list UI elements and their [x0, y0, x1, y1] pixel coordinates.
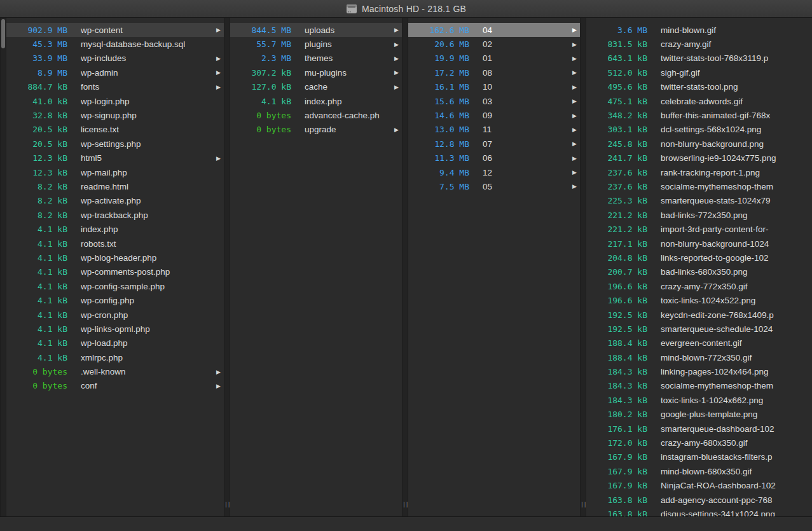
list-item[interactable]: 4.1 kBwp-links-opml.php: [6, 322, 224, 336]
list-item[interactable]: 884.7 kBfonts▶: [6, 80, 224, 94]
list-item[interactable]: 643.1 kBtwitter-stats-tool-768x3119.p: [586, 52, 812, 66]
list-item[interactable]: 221.2 kBbad-links-772x350.png: [586, 208, 812, 222]
list-item[interactable]: 307.2 kBmu-plugins▶: [230, 66, 402, 79]
window-titlebar[interactable]: Macintosh HD - 218.1 GB: [0, 0, 812, 18]
column-resize-handle[interactable]: ||: [581, 502, 586, 507]
list-item[interactable]: 196.6 kBcrazy-amy-772x350.gif: [586, 279, 812, 293]
list-item[interactable]: 200.7 kBbad-links-680x350.png: [586, 265, 812, 279]
list-item[interactable]: 184.3 kBsocialme-mythemeshop-them: [586, 379, 812, 393]
list-item[interactable]: 0 bytesupgrade▶: [230, 123, 402, 137]
chevron-right-icon: ▶: [572, 98, 577, 104]
list-item[interactable]: 4.1 kBwp-comments-post.php: [6, 265, 224, 279]
chevron-right-icon: ▶: [216, 369, 221, 375]
list-item[interactable]: 192.5 kBkeycdn-edit-zone-768x1409.p: [586, 308, 812, 322]
list-item[interactable]: 176.1 kBsmarterqueue-dashboard-102: [586, 422, 812, 436]
scrollbar-track[interactable]: [0, 18, 6, 516]
file-size: 163.8 kB: [591, 495, 647, 505]
list-item[interactable]: 237.6 kBrank-tracking-report-1.png: [586, 165, 812, 179]
list-item[interactable]: 217.1 kBnon-blurry-background-1024: [586, 237, 812, 251]
list-item[interactable]: 221.2 kBimport-3rd-party-content-for-: [586, 222, 812, 236]
list-item[interactable]: 245.8 kBnon-blurry-background.png: [586, 137, 812, 151]
list-item[interactable]: 13.0 MB11▶: [408, 123, 580, 137]
list-item[interactable]: 45.3 MBmysql-database-backup.sql: [6, 37, 224, 51]
list-item[interactable]: 127.0 kBcache▶: [230, 80, 402, 94]
list-item[interactable]: 162.6 MB04▶: [408, 23, 580, 37]
list-item[interactable]: 188.4 kBevergreen-content.gif: [586, 336, 812, 350]
list-item[interactable]: 12.3 kBhtml5▶: [6, 151, 224, 165]
list-item[interactable]: 15.6 MB03▶: [408, 94, 580, 108]
list-item[interactable]: 4.1 kBindex.php: [6, 222, 224, 236]
list-item[interactable]: 33.9 MBwp-includes▶: [6, 52, 224, 66]
list-item[interactable]: 55.7 MBplugins▶: [230, 37, 402, 51]
list-item[interactable]: 188.4 kBmind-blown-772x350.gif: [586, 350, 812, 364]
list-item[interactable]: 12.3 kBwp-mail.php: [6, 165, 224, 179]
list-item[interactable]: 4.1 kBxmlrpc.php: [6, 350, 224, 364]
file-size: 8.2 kB: [11, 196, 67, 205]
list-item[interactable]: 8.2 kBwp-activate.php: [6, 194, 224, 208]
list-item[interactable]: 225.3 kBsmarterqueue-stats-1024x79: [586, 194, 812, 208]
chevron-right-icon: ▶: [572, 169, 577, 176]
list-item[interactable]: 8.2 kBwp-trackback.php: [6, 208, 224, 222]
list-item[interactable]: 204.8 kBlinks-reported-to-google-102: [586, 251, 812, 265]
list-item[interactable]: 4.1 kBwp-config.php: [6, 293, 224, 307]
list-item[interactable]: 192.5 kBsmarterqueue-schedule-1024: [586, 322, 812, 336]
list-item[interactable]: 167.9 kBmind-blown-680x350.gif: [586, 464, 812, 478]
list-item[interactable]: 4.1 kBwp-blog-header.php: [6, 251, 224, 265]
list-item[interactable]: 163.8 kBadd-agency-account-ppc-768: [586, 493, 812, 507]
file-name: links-reported-to-google-102: [661, 253, 809, 263]
list-item[interactable]: 4.1 kBrobots.txt: [6, 237, 224, 251]
list-item[interactable]: 8.2 kBreadme.html: [6, 179, 224, 193]
list-item[interactable]: 180.2 kBgoogle-plus-template.png: [586, 408, 812, 422]
list-item[interactable]: 4.1 kBwp-cron.php: [6, 308, 224, 322]
list-item[interactable]: 0 bytesadvanced-cache.ph: [230, 108, 402, 122]
list-item[interactable]: 20.5 kBwp-settings.php: [6, 137, 224, 151]
column-resize-handle[interactable]: ||: [403, 502, 408, 507]
list-item[interactable]: 17.2 MB08▶: [408, 66, 580, 79]
list-item[interactable]: 167.9 kBNinjaCat-ROA-dashboard-102: [586, 479, 812, 493]
list-item[interactable]: 196.6 kBtoxic-links-1024x522.png: [586, 293, 812, 307]
list-item[interactable]: 0 bytes.well-known▶: [6, 364, 224, 378]
list-item[interactable]: 172.0 kBcrazy-amy-680x350.gif: [586, 436, 812, 450]
list-item[interactable]: 11.3 MB06▶: [408, 151, 580, 165]
list-item[interactable]: 14.6 MB09▶: [408, 108, 580, 122]
list-item[interactable]: 7.5 MB05▶: [408, 179, 580, 193]
list-item[interactable]: 495.6 kBtwitter-stats-tool.png: [586, 80, 812, 94]
column-divider-2[interactable]: ||: [402, 18, 408, 516]
scrollbar-thumb[interactable]: [1, 19, 5, 48]
list-item[interactable]: 4.1 kBwp-config-sample.php: [6, 279, 224, 293]
file-name: dcl-settings-568x1024.png: [661, 125, 809, 134]
list-item[interactable]: 9.4 MB12▶: [408, 165, 580, 179]
list-item[interactable]: 902.9 MBwp-content▶: [6, 23, 224, 37]
column-resize-handle[interactable]: ||: [224, 502, 230, 507]
list-item[interactable]: 20.5 kBlicense.txt: [6, 123, 224, 137]
list-item[interactable]: 184.3 kBtoxic-links-1-1024x662.png: [586, 393, 812, 407]
list-item[interactable]: 12.8 MB07▶: [408, 137, 580, 151]
list-item[interactable]: 163.8 kBdisqus-settings-341x1024.png: [586, 507, 812, 516]
list-item[interactable]: 19.9 MB01▶: [408, 52, 580, 66]
column-divider-1[interactable]: ||: [224, 18, 230, 516]
file-name: wp-trackback.php: [81, 210, 221, 220]
list-item[interactable]: 0 bytesconf▶: [6, 379, 224, 393]
list-item[interactable]: 8.9 MBwp-admin▶: [6, 66, 224, 79]
list-item[interactable]: 831.5 kBcrazy-amy.gif: [586, 37, 812, 51]
list-item[interactable]: 41.0 kBwp-login.php: [6, 94, 224, 108]
list-item[interactable]: 184.3 kBlinking-pages-1024x464.png: [586, 364, 812, 378]
list-item[interactable]: 348.2 kBbuffer-this-animated-gif-768x: [586, 108, 812, 122]
list-item[interactable]: 16.1 MB10▶: [408, 80, 580, 94]
list-item[interactable]: 20.6 MB02▶: [408, 37, 580, 51]
list-item[interactable]: 2.3 MBthemes▶: [230, 52, 402, 66]
column-divider-3[interactable]: ||: [580, 18, 586, 516]
file-name: wp-cron.php: [81, 310, 221, 320]
file-size: 221.2 kB: [591, 210, 647, 220]
list-item[interactable]: 241.7 kBbrowserling-ie9-1024x775.png: [586, 151, 812, 165]
list-item[interactable]: 4.1 kBwp-load.php: [6, 336, 224, 350]
list-item[interactable]: 237.6 kBsocialme-mythemeshop-them: [586, 179, 812, 193]
list-item[interactable]: 4.1 kBindex.php: [230, 94, 402, 108]
list-item[interactable]: 512.0 kBsigh-gif.gif: [586, 66, 812, 79]
list-item[interactable]: 32.8 kBwp-signup.php: [6, 108, 224, 122]
list-item[interactable]: 167.9 kBinstagram-bluestacks-filters.p: [586, 450, 812, 464]
list-item[interactable]: 475.1 kBcelebrate-adwords.gif: [586, 94, 812, 108]
list-item[interactable]: 3.6 MBmind-blown.gif: [586, 23, 812, 37]
list-item[interactable]: 303.1 kBdcl-settings-568x1024.png: [586, 123, 812, 137]
list-item[interactable]: 844.5 MBuploads▶: [230, 23, 402, 37]
